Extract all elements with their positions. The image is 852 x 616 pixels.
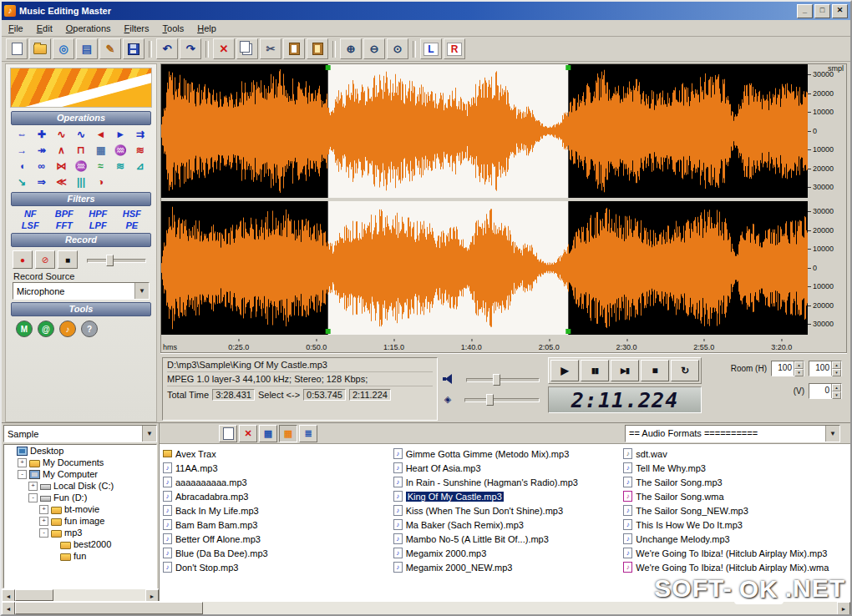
- file-item[interactable]: ♪The Sailor Song_NEW.mp3: [620, 503, 850, 518]
- filter-lsf[interactable]: LSF: [14, 220, 47, 230]
- record-stop-button[interactable]: ■: [58, 250, 78, 269]
- tree-expander-icon[interactable]: -: [18, 470, 27, 479]
- file-info-button[interactable]: [219, 425, 237, 442]
- tree-item-best2000[interactable]: best2000: [4, 538, 156, 550]
- time-ruler[interactable]: hms 0:25.00:50.01:15.01:40.02:05.02:30.0…: [161, 339, 808, 352]
- file-item[interactable]: ♪Blue (Da Ba Dee).mp3: [160, 546, 390, 560]
- tree-item-fun[interactable]: fun: [4, 550, 156, 562]
- room-h1-up-icon[interactable]: ▴: [794, 361, 804, 369]
- file-item[interactable]: ♪We're Going To Ibiza! (Hitclub Airplay …: [620, 560, 850, 574]
- zoom-selection-button[interactable]: ⊙: [387, 38, 408, 59]
- file-item[interactable]: ♪Abracadabra.mp3: [160, 489, 390, 503]
- file-item[interactable]: ♪Megamix 2000_NEW.mp3: [390, 560, 621, 574]
- file-item[interactable]: ♪Mambo No-5 (A Little Bit Of...).mp3: [390, 532, 621, 546]
- grid-icon[interactable]: ▦: [91, 143, 110, 158]
- audio-formats-dropdown-arrow-icon[interactable]: ▼: [825, 426, 839, 442]
- menu-operations[interactable]: Operations: [59, 22, 118, 35]
- minimize-button[interactable]: _: [797, 4, 813, 18]
- paste-mix-button[interactable]: [307, 38, 328, 59]
- pause-button[interactable]: ▮▮: [581, 360, 609, 381]
- volume-slider-handle[interactable]: [493, 374, 500, 386]
- file-item[interactable]: ♪In Rain - Sunshine (Hagman's Radio).mp3: [390, 475, 621, 489]
- file-item[interactable]: ♪Gimme Gotta Gimme (Metodo Mix).mp3: [390, 447, 621, 461]
- filter-hpf[interactable]: HPF: [82, 209, 114, 219]
- menu-edit[interactable]: Edit: [30, 22, 59, 35]
- echo-icon[interactable]: ≪: [52, 174, 71, 189]
- filter-fft[interactable]: FFT: [48, 220, 81, 230]
- tree-horizontal-scrollbar[interactable]: ◄ ►: [2, 588, 159, 601]
- tree-item-mp3[interactable]: -mp3: [4, 527, 156, 538]
- noise-icon[interactable]: ∿: [52, 127, 71, 142]
- help-tool-icon[interactable]: ?: [81, 321, 98, 337]
- file-view-button[interactable]: ▤: [76, 38, 98, 59]
- tree-item-bt-movie[interactable]: +bt-movie: [4, 503, 156, 515]
- metronome-tool-icon[interactable]: M: [16, 321, 33, 337]
- invert-icon[interactable]: ↘: [13, 174, 32, 189]
- filter-nf[interactable]: NF: [14, 209, 47, 219]
- room-h1-spinner[interactable]: 100 ▴▾: [771, 361, 804, 376]
- file-item[interactable]: ♪Bam Bam Bam.mp3: [160, 518, 390, 532]
- filter-bpf[interactable]: BPF: [48, 209, 81, 219]
- file-item[interactable]: ♪The Sailor Song.mp3: [620, 475, 850, 489]
- new-button[interactable]: [6, 38, 28, 59]
- insert-icon[interactable]: ✚: [33, 127, 52, 142]
- room-h2-spinner[interactable]: 100 ▴▾: [809, 361, 842, 376]
- file-item[interactable]: ♪11AA.mp3: [160, 461, 390, 475]
- save-button[interactable]: [123, 38, 145, 59]
- filter-lpf[interactable]: LPF: [82, 220, 114, 230]
- close-button[interactable]: ✕: [832, 4, 848, 18]
- view-small-icons-button[interactable]: ▦: [279, 425, 297, 442]
- pulse-icon[interactable]: ⊓: [72, 143, 91, 158]
- play-button[interactable]: ▶: [550, 360, 579, 381]
- wave-mix-icon[interactable]: ♒: [72, 159, 91, 174]
- view-large-icons-button[interactable]: ▦: [259, 425, 277, 442]
- tree-scroll-track[interactable]: [53, 589, 145, 601]
- maximize-button[interactable]: □: [814, 4, 830, 18]
- file-item[interactable]: ♪King Of My Castle.mp3: [390, 489, 621, 503]
- fade-in-icon[interactable]: ◄: [91, 127, 110, 142]
- room-v-spinner[interactable]: 0 ▴▾: [809, 383, 842, 399]
- paste-button[interactable]: [283, 38, 305, 59]
- batch-convert-button[interactable]: ◎: [53, 38, 74, 59]
- file-item[interactable]: ♪Ma Baker (Sach Remix).mp3: [390, 518, 621, 532]
- room-h1-down-icon[interactable]: ▾: [794, 369, 804, 376]
- view-list-button[interactable]: ≣: [299, 425, 317, 442]
- tree-expander-icon[interactable]: -: [39, 528, 48, 538]
- volume-slider[interactable]: [466, 373, 543, 385]
- menu-file[interactable]: File: [2, 22, 30, 35]
- file-item[interactable]: Avex Trax: [160, 447, 390, 461]
- file-item[interactable]: ♪This Is How We Do It.mp3: [620, 518, 850, 532]
- loop-icon[interactable]: ∞: [33, 159, 52, 174]
- tree-expander-icon[interactable]: +: [39, 505, 48, 514]
- file-item[interactable]: ♪Back In My Life.mp3: [160, 503, 390, 518]
- tree-item-my-documents[interactable]: +My Documents: [4, 457, 156, 468]
- player-tool-icon[interactable]: ♪: [59, 321, 76, 337]
- peaks-icon[interactable]: ∧: [52, 143, 71, 158]
- file-item[interactable]: ♪Kiss (When The Sun Don't Shine).mp3: [390, 503, 621, 518]
- copy-button[interactable]: [236, 38, 258, 59]
- left-channel-button[interactable]: L: [420, 38, 442, 59]
- delete-button[interactable]: ✕: [213, 38, 235, 59]
- ripple-icon[interactable]: ≋: [130, 143, 150, 158]
- room-v-up-icon[interactable]: ▴: [832, 384, 841, 391]
- undo-button[interactable]: ↶: [156, 38, 178, 59]
- record-source-combo[interactable]: Microphone ▼: [13, 282, 150, 300]
- loop-button[interactable]: ↻: [671, 360, 699, 381]
- redo-button[interactable]: ↷: [180, 38, 201, 59]
- file-item[interactable]: ♪Don't Stop.mp3: [160, 560, 390, 574]
- waveform-channel-right[interactable]: [161, 201, 808, 335]
- folder-combo[interactable]: Sample ▼: [3, 425, 157, 442]
- tree-scroll-thumb[interactable]: [15, 589, 53, 601]
- balance-slider[interactable]: [464, 393, 543, 405]
- record-source-dropdown-arrow-icon[interactable]: ▼: [134, 283, 149, 299]
- file-item[interactable]: ♪sdt.wav: [620, 447, 850, 461]
- smooth-icon[interactable]: ≈: [91, 159, 110, 174]
- jump-icon[interactable]: ↠: [33, 143, 52, 158]
- balance-slider-handle[interactable]: [486, 394, 494, 406]
- play-from-cursor-button[interactable]: ▶▮: [611, 360, 639, 381]
- file-item[interactable]: ♪Unchange Melody.mp3: [620, 532, 850, 546]
- menu-help[interactable]: Help: [190, 22, 223, 35]
- multiband-icon[interactable]: ≋: [111, 159, 130, 174]
- menu-tools[interactable]: Tools: [156, 22, 191, 35]
- room-h2-down-icon[interactable]: ▾: [832, 369, 841, 376]
